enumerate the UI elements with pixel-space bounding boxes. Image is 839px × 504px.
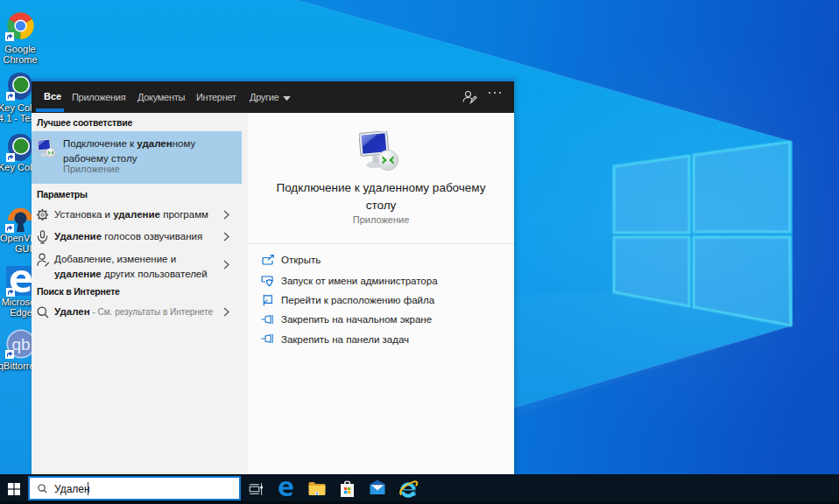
svg-text:qb: qb <box>11 335 30 354</box>
